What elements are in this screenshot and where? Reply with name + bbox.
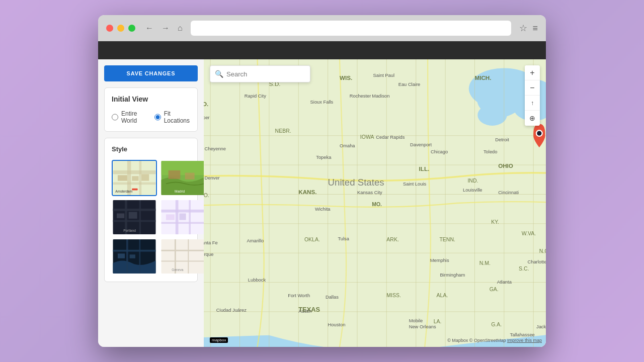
svg-text:Sioux Falls: Sioux Falls — [310, 100, 334, 105]
traffic-lights — [106, 25, 135, 32]
svg-text:Portland: Portland — [123, 229, 136, 232]
svg-text:Topeka: Topeka — [316, 155, 332, 160]
search-input[interactable] — [210, 65, 310, 82]
svg-text:Dallas: Dallas — [326, 295, 339, 300]
view-radio-group: Entire World Fit Locations — [112, 110, 190, 124]
svg-text:KY.: KY. — [491, 219, 499, 225]
svg-text:Denver: Denver — [204, 175, 219, 180]
map-background[interactable]: WYO. S.D. WIS. MICH. NEBR. IOWA OHIO IND… — [204, 59, 546, 347]
improve-map-link[interactable]: Improve this map — [507, 338, 542, 343]
svg-text:Jacksonville: Jacksonville — [536, 324, 546, 329]
mapbox-wordmark: mapbox — [210, 337, 228, 343]
back-button[interactable]: ← — [143, 22, 155, 35]
style-thumb-dark[interactable]: Portland — [112, 199, 157, 235]
menu-button[interactable]: ≡ — [532, 23, 538, 34]
svg-rect-35 — [130, 254, 135, 258]
fit-locations-option[interactable]: Fit Locations — [154, 110, 190, 124]
browser-actions: ☆ ≡ — [519, 23, 538, 34]
svg-text:ILL.: ILL. — [419, 165, 430, 172]
svg-text:W.VA.: W.VA. — [522, 230, 536, 236]
forward-button[interactable]: → — [159, 22, 172, 35]
svg-text:ARK.: ARK. — [386, 236, 399, 242]
svg-rect-5 — [118, 175, 127, 180]
svg-text:IOWA: IOWA — [360, 134, 374, 140]
svg-rect-25 — [176, 200, 179, 234]
svg-text:Rapid City: Rapid City — [245, 94, 266, 99]
svg-text:New Orleans: New Orleans — [409, 324, 436, 329]
map-attribution: © Mapbox © OpenStreetMap Improve this ma… — [447, 338, 542, 343]
svg-text:Santa Fe: Santa Fe — [204, 240, 218, 245]
svg-text:Austin: Austin — [298, 309, 311, 314]
svg-text:TENN.: TENN. — [439, 236, 455, 242]
entire-world-label: Entire World — [121, 110, 146, 124]
svg-text:LA.: LA. — [434, 318, 442, 324]
save-changes-button[interactable]: SAVE CHANGES — [104, 65, 198, 81]
svg-text:Wichita: Wichita — [315, 207, 331, 212]
map-controls: + − ↑ ⊕ — [525, 65, 540, 126]
entire-world-option[interactable]: Entire World — [112, 110, 146, 124]
svg-text:Amarillo: Amarillo — [247, 238, 264, 243]
svg-text:Fort Worth: Fort Worth — [288, 293, 310, 298]
search-bar: 🔍 — [210, 65, 310, 82]
mapbox-logo: mapbox — [210, 337, 228, 343]
address-bar[interactable] — [191, 21, 512, 36]
svg-text:Louisville: Louisville — [463, 188, 482, 193]
style-thumb-street[interactable]: Amsterdam — [112, 160, 157, 196]
svg-text:Ciudad Juárez: Ciudad Juárez — [216, 308, 247, 313]
minimize-traffic-light[interactable] — [117, 25, 124, 32]
svg-text:Omaha: Omaha — [340, 143, 355, 148]
search-icon: 🔍 — [215, 70, 223, 78]
style-thumb-blue[interactable] — [112, 238, 157, 275]
locate-button[interactable]: ⊕ — [525, 111, 540, 126]
style-grid: Amsterdam Madrid — [112, 160, 190, 275]
svg-text:IND.: IND. — [467, 177, 478, 184]
svg-text:Kansas City: Kansas City — [357, 190, 382, 195]
svg-text:Lubbock: Lubbock — [248, 278, 266, 283]
map-container: WYO. S.D. WIS. MICH. NEBR. IOWA OHIO IND… — [204, 59, 546, 347]
svg-text:WIS.: WIS. — [340, 74, 352, 81]
svg-rect-7 — [141, 174, 149, 180]
svg-text:Chicago: Chicago — [431, 149, 448, 154]
sidebar: SAVE CHANGES Initial View Entire World F… — [98, 59, 204, 347]
svg-text:Cheyenne: Cheyenne — [204, 146, 226, 151]
fit-locations-label: Fit Locations — [164, 110, 190, 124]
reset-bearing-button[interactable]: ↑ — [525, 96, 540, 111]
svg-rect-18 — [139, 200, 141, 234]
bookmark-button[interactable]: ☆ — [519, 23, 527, 34]
svg-text:KANS.: KANS. — [298, 189, 316, 195]
style-thumb-minimal[interactable]: Geneva — [160, 238, 204, 275]
browser-window: ← → ⌂ ☆ ≡ SAVE CHANGES Initial View Enti… — [98, 15, 546, 347]
style-thumb-satellite[interactable]: Madrid — [160, 160, 204, 196]
svg-text:Cincinnati: Cincinnati — [498, 190, 519, 195]
home-button[interactable]: ⌂ — [176, 22, 185, 35]
svg-text:Toledo: Toledo — [484, 149, 498, 154]
zoom-in-button[interactable]: + — [525, 65, 540, 80]
style-panel: Style Amsterdam — [104, 138, 198, 282]
style-title: Style — [112, 145, 190, 153]
svg-text:N.C.: N.C. — [539, 248, 546, 254]
entire-world-radio[interactable] — [112, 114, 118, 121]
svg-text:Detroit: Detroit — [495, 137, 509, 142]
zoom-out-button[interactable]: − — [525, 80, 540, 96]
nav-buttons: ← → ⌂ — [143, 22, 185, 35]
app-toolbar — [98, 41, 546, 59]
initial-view-title: Initial View — [112, 95, 190, 103]
svg-rect-11 — [162, 161, 204, 175]
svg-text:OKLA.: OKLA. — [304, 236, 320, 242]
svg-text:MICH.: MICH. — [474, 74, 491, 81]
close-traffic-light[interactable] — [106, 25, 113, 32]
svg-text:N.M.: N.M. — [479, 260, 491, 266]
svg-rect-4 — [113, 183, 156, 185]
fit-locations-radio[interactable] — [154, 114, 161, 121]
svg-text:NEBR.: NEBR. — [275, 128, 291, 134]
svg-rect-12 — [169, 170, 181, 179]
svg-text:Tulsa: Tulsa — [338, 236, 349, 241]
style-thumb-light[interactable] — [160, 199, 204, 235]
svg-text:Mobile: Mobile — [409, 318, 423, 323]
svg-rect-3 — [139, 161, 141, 195]
svg-text:Eau Claire: Eau Claire — [398, 82, 421, 87]
svg-rect-21 — [129, 212, 137, 219]
svg-text:Charlotte: Charlotte — [528, 259, 546, 264]
maximize-traffic-light[interactable] — [128, 25, 135, 32]
svg-rect-26 — [189, 200, 191, 234]
